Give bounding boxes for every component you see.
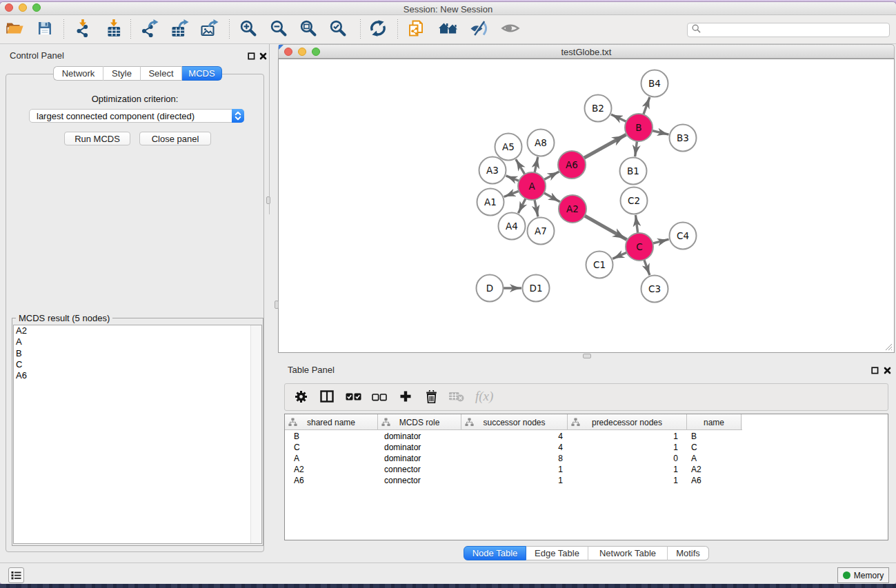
open-file-icon [6, 20, 24, 39]
float-icon[interactable] [248, 50, 255, 63]
network-canvas[interactable]: B4 B2 B B3 A8 A5 A6 A3 B1 A A1 C2 A2 [278, 59, 895, 353]
node-A5[interactable]: A5 [495, 134, 522, 161]
zoom-out-button[interactable] [266, 18, 291, 41]
column-header-name[interactable]: name [687, 414, 741, 430]
export-table-button[interactable] [168, 18, 192, 41]
select-all-button[interactable] [341, 384, 365, 412]
node-A3[interactable]: A3 [479, 157, 506, 184]
tab-node-table[interactable]: Node Table [464, 546, 526, 560]
table-row[interactable]: Cdominator41C [285, 442, 888, 453]
close-icon[interactable] [259, 50, 267, 63]
zoom-selected-button[interactable] [326, 18, 350, 41]
node-D1[interactable]: D1 [523, 275, 550, 302]
search-input[interactable] [687, 23, 890, 37]
close-icon[interactable] [884, 365, 891, 377]
cell: B [294, 432, 299, 441]
hide-panels-button[interactable] [467, 18, 492, 41]
toolbar-separator [397, 19, 398, 40]
column-header-predecessor-nodes[interactable]: predecessor nodes [568, 414, 687, 430]
table-row[interactable]: A6connector11A6 [285, 475, 888, 486]
node-B[interactable]: B [625, 114, 653, 141]
save-session-icon [37, 20, 53, 39]
tab-edge-table[interactable]: Edge Table [526, 546, 588, 560]
columns-icon [320, 390, 334, 405]
tab-style[interactable]: Style [103, 66, 141, 81]
column-header-successor-nodes[interactable]: successor nodes [461, 414, 568, 430]
tab-network-table[interactable]: Network Table [588, 546, 668, 560]
deselect-all-button[interactable] [368, 384, 391, 412]
memory-button[interactable]: Memory [837, 567, 889, 583]
result-item[interactable]: A2 [14, 325, 261, 336]
node-B2[interactable]: B2 [585, 95, 612, 122]
node-A6[interactable]: A6 [558, 151, 586, 179]
cell: 4 [461, 443, 563, 452]
close-panel-button[interactable]: Close panel [139, 132, 211, 145]
node-C4[interactable]: C4 [670, 223, 697, 250]
node-D[interactable]: D [477, 275, 504, 302]
task-history-button[interactable] [8, 567, 24, 583]
result-item[interactable]: C [14, 359, 261, 370]
import-table-button[interactable] [101, 18, 126, 41]
node-C1[interactable]: C1 [586, 252, 613, 278]
result-item[interactable]: A [14, 336, 261, 347]
run-mcds-button[interactable]: Run MCDS [64, 132, 130, 145]
refresh-view-button[interactable] [366, 18, 390, 41]
columns-button[interactable] [315, 384, 339, 412]
criterion-dropdown[interactable]: largest connected component (directed) [29, 109, 244, 123]
node-A[interactable]: A [518, 172, 546, 200]
node-A1[interactable]: A1 [477, 189, 504, 216]
zoom-fit-button[interactable] [296, 18, 321, 41]
import-network-button[interactable] [70, 18, 95, 41]
network-documents-button[interactable] [404, 18, 428, 41]
node-C2[interactable]: C2 [621, 187, 648, 214]
tab-mcds[interactable]: MCDS [182, 66, 222, 81]
export-table-icon [170, 19, 190, 40]
table-row[interactable]: Adominator80A [285, 453, 888, 464]
column-header-MCDS-role[interactable]: MCDS role [378, 414, 461, 430]
node-B4[interactable]: B4 [641, 70, 668, 97]
result-item[interactable]: B [14, 348, 261, 359]
table-panel-title: Table Panel [288, 365, 335, 375]
save-session-button[interactable] [32, 18, 57, 41]
tab-motifs[interactable]: Motifs [668, 546, 709, 560]
zoom-in-button[interactable] [236, 18, 261, 41]
home-button[interactable] [436, 18, 461, 41]
node-B3[interactable]: B3 [670, 125, 697, 152]
open-file-button[interactable] [2, 18, 27, 41]
resize-grip[interactable] [884, 343, 893, 351]
result-item[interactable]: A6 [14, 370, 261, 381]
table-header: shared name MCDS role successor nodes pr… [285, 414, 742, 430]
delete-row-button[interactable] [419, 384, 443, 412]
main-titlebar[interactable]: Session: New Session [0, 2, 896, 15]
desktop: Session: New Session [0, 0, 896, 588]
column-header-shared-name[interactable]: shared name [285, 414, 378, 430]
svg-text:D: D [486, 283, 493, 294]
node-A2[interactable]: A2 [559, 195, 586, 223]
add-row-button[interactable] [394, 384, 417, 412]
node-A8[interactable]: A8 [528, 130, 555, 156]
divider-handle[interactable] [266, 196, 270, 204]
node-A4[interactable]: A4 [499, 213, 526, 240]
table-row[interactable]: A2connector11A2 [285, 464, 888, 475]
network-window-titlebar[interactable]: testGlobe.txt [278, 44, 895, 59]
tab-select[interactable]: Select [141, 66, 182, 81]
node-C3[interactable]: C3 [641, 276, 668, 303]
export-image-button[interactable] [197, 18, 222, 41]
node-B1[interactable]: B1 [620, 158, 647, 185]
tab-network[interactable]: Network [53, 66, 103, 81]
result-scrollbar[interactable] [250, 325, 261, 543]
node-table[interactable]: shared name MCDS role successor nodes pr… [284, 414, 888, 540]
float-icon[interactable] [871, 365, 879, 377]
gear-button[interactable] [289, 384, 312, 412]
export-network-button[interactable] [137, 18, 162, 41]
mcds-result-list[interactable]: A2ABCA6 [13, 325, 262, 544]
node-C[interactable]: C [626, 233, 653, 261]
show-panels-button[interactable] [498, 18, 523, 41]
table-panel: Table Panel f(x) [279, 360, 894, 562]
canvas-left-handle[interactable] [275, 301, 279, 309]
node-A7[interactable]: A7 [528, 218, 555, 245]
table-row[interactable]: Bdominator41B [285, 431, 888, 442]
panel-divider[interactable] [269, 44, 270, 214]
canvas-bottom-handle[interactable] [583, 354, 591, 358]
content-area: Control Panel NetworkStyleSelectMCDS Opt… [0, 44, 896, 562]
